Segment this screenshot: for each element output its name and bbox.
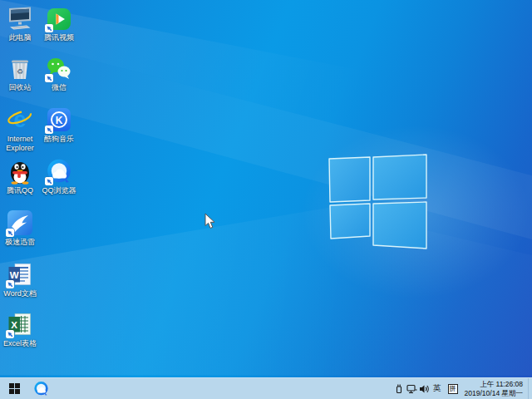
- svg-text:W: W: [10, 270, 19, 280]
- desktop: 此电脑 ♻ 回收站 e Internet Explorer: [0, 0, 532, 399]
- shortcut-arrow-icon: [6, 229, 14, 237]
- tencent-video-icon: [46, 5, 72, 32]
- svg-text:K: K: [56, 115, 63, 126]
- desktop-icon-label: 回收站: [9, 83, 32, 92]
- windows-start-icon: [9, 383, 20, 394]
- internet-explorer-icon: e: [7, 106, 33, 133]
- desktop-icon-label: QQ浏览器: [42, 186, 76, 195]
- qq-browser-icon: [46, 158, 72, 185]
- desktop-icon-thunder[interactable]: 极速迅雷: [0, 209, 47, 247]
- qq-browser-icon: [33, 381, 49, 397]
- wechat-icon: [46, 55, 72, 81]
- desktop-icon-label: 腾讯QQ: [7, 186, 33, 195]
- start-button[interactable]: [0, 378, 28, 399]
- volume-icon[interactable]: [418, 378, 431, 399]
- word-icon: W: [7, 261, 33, 288]
- desktop-icon-wechat[interactable]: 微信: [32, 55, 86, 92]
- shortcut-arrow-icon: [45, 126, 53, 134]
- clock-time: 上午 11:26:08: [465, 380, 523, 389]
- desktop-icon-label: 腾讯视频: [44, 33, 74, 42]
- svg-text:♻: ♻: [17, 67, 23, 76]
- desktop-icon-word[interactable]: W Word文档: [0, 261, 47, 298]
- desktop-icon-label: Word文档: [3, 289, 36, 298]
- taskbar: 英 拼 上午 11:26:08 2019/10/14 星期一: [0, 377, 532, 399]
- svg-text:X: X: [11, 320, 17, 330]
- taskbar-clock[interactable]: 上午 11:26:08 2019/10/14 星期一: [465, 380, 523, 397]
- desktop-icon-kugou-music[interactable]: K 酷狗音乐: [32, 106, 86, 144]
- windows-logo: [327, 153, 430, 253]
- desktop-icon-label: Excel表格: [3, 339, 37, 348]
- excel-icon: X: [7, 311, 33, 337]
- kugou-music-icon: K: [46, 106, 72, 133]
- desktop-icon-label: 酷狗音乐: [44, 135, 74, 144]
- desktop-icon-excel[interactable]: X Excel表格: [0, 311, 47, 348]
- qq-icon: [7, 158, 33, 185]
- shortcut-arrow-icon: [45, 177, 53, 185]
- thunder-icon: [7, 209, 33, 236]
- shortcut-arrow-icon: [45, 24, 53, 32]
- clock-date: 2019/10/14 星期一: [465, 389, 523, 398]
- recycle-bin-icon: ♻: [7, 55, 33, 81]
- computer-icon: [7, 5, 33, 32]
- language-indicator[interactable]: 英: [431, 383, 444, 394]
- desktop-icon-label: 极速迅雷: [5, 238, 35, 247]
- desktop-icon-label: 微信: [52, 83, 66, 92]
- ime-indicator[interactable]: 拼: [448, 384, 458, 394]
- usb-device-icon[interactable]: [393, 378, 406, 399]
- mouse-cursor: [204, 213, 216, 229]
- system-tray: 英 拼 上午 11:26:08 2019/10/14 星期一: [393, 378, 532, 399]
- shortcut-arrow-icon: [6, 330, 14, 338]
- network-icon[interactable]: [406, 378, 418, 399]
- shortcut-arrow-icon: [6, 280, 14, 288]
- shortcut-arrow-icon: [45, 74, 53, 82]
- taskbar-qq-browser-button[interactable]: [28, 378, 53, 399]
- desktop-icon-qq-browser[interactable]: QQ浏览器: [32, 158, 86, 195]
- show-desktop-button[interactable]: [528, 378, 532, 399]
- desktop-icon-label: 此电脑: [9, 33, 32, 42]
- desktop-icon-tencent-video[interactable]: 腾讯视频: [32, 5, 86, 42]
